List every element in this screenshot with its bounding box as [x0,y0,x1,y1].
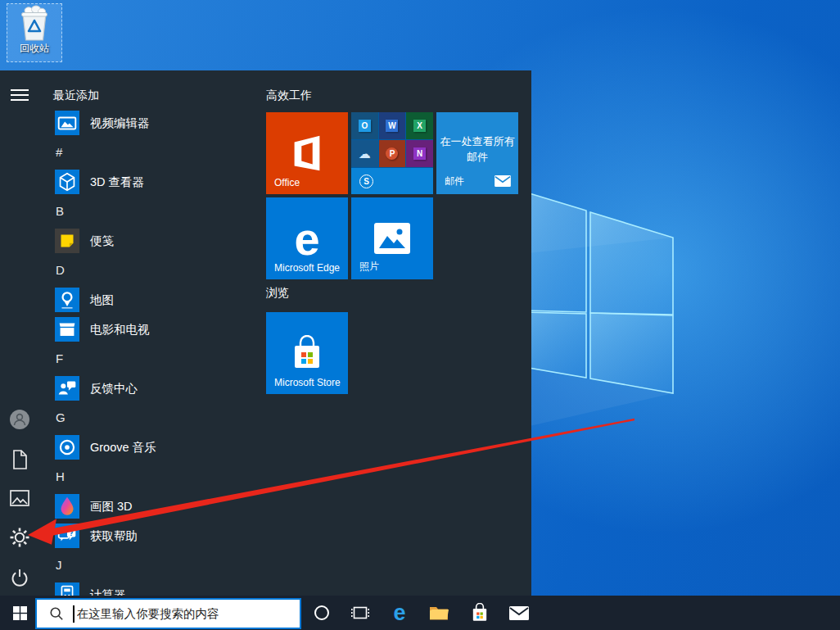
mail-icon [495,175,511,187]
settings-icon [8,526,31,549]
start-menu: 最近添加 视频编辑器 # 3D 查看器 B 便笺 D [0,70,531,596]
tile-photos[interactable]: 照片 [351,197,433,279]
app-letter[interactable]: B [39,197,262,226]
store-icon [291,335,323,371]
store-icon [471,603,489,623]
tile-mail[interactable]: 在一处查看所有邮件 邮件 [436,112,518,194]
sticky-notes-icon [55,229,79,253]
edge-icon: e [393,602,405,624]
recycle-bin-icon [16,4,53,43]
paint-3d-icon [55,494,79,519]
app-item-paint-3d[interactable]: 画图 3D [39,492,262,521]
app-letter[interactable]: J [39,551,262,580]
power-button[interactable] [0,565,39,590]
tile-label: 邮件 [445,174,464,188]
svg-text:?: ? [70,530,74,537]
user-icon [9,409,30,430]
start-menu-rail [0,70,39,596]
documents-button[interactable] [0,447,39,472]
pictures-icon [9,488,30,508]
app-item-movies-tv[interactable]: 电影和电视 [39,315,262,344]
video-editor-icon [55,111,79,135]
tile-microsoft-edge[interactable]: e Microsoft Edge [266,197,348,279]
excel-icon: X [406,112,433,139]
expand-menu-button[interactable] [0,83,39,107]
user-account-button[interactable] [0,407,39,432]
app-letter[interactable]: H [39,462,262,492]
text-caret [73,605,75,623]
maps-icon [55,288,79,312]
tile-label: 照片 [359,260,379,274]
tile-microsoft-store[interactable]: Microsoft Store [266,312,348,394]
cortana-button[interactable] [305,596,338,630]
task-view-button[interactable] [344,596,377,630]
app-item-feedback-hub[interactable]: 反馈中心 [39,374,262,403]
groove-music-icon [55,435,79,460]
app-letter[interactable]: G [39,403,262,433]
app-item-maps[interactable]: 地图 [39,285,262,315]
3d-viewer-icon [55,170,79,194]
start-button[interactable] [0,596,39,630]
skype-icon: S [351,168,433,194]
tile-office[interactable]: Office [266,112,348,194]
app-letter[interactable]: D [39,256,262,285]
tile-area: 高效工作 Office O W X ☁ P N S 在一处查看所有邮件 [266,70,531,596]
settings-button[interactable] [0,525,39,550]
search-icon [49,606,64,621]
documents-icon [10,449,29,470]
outlook-icon: O [351,112,378,139]
pictures-button[interactable] [0,486,39,510]
tile-label: Microsoft Store [274,377,341,388]
power-icon [9,567,30,588]
edge-taskbar-button[interactable]: e [383,596,416,630]
get-help-icon: ? [55,523,79,548]
recently-added-header: 最近添加 [53,88,99,103]
hamburger-icon [11,89,29,101]
file-explorer-button[interactable] [422,596,455,630]
app-letter[interactable]: F [39,344,262,374]
tile-group-title-browse[interactable]: 浏览 [266,286,289,301]
start-icon [13,606,27,620]
tile-office-apps[interactable]: O W X ☁ P N S [351,112,433,194]
taskbar: e [0,596,840,630]
app-item-get-help[interactable]: ? 获取帮助 [39,521,262,551]
mail-tile-message: 在一处查看所有邮件 [438,134,517,165]
app-item-sticky-notes[interactable]: 便笺 [39,226,262,256]
app-list: 视频编辑器 # 3D 查看器 B 便笺 D 地图 [39,108,262,610]
app-item-groove-music[interactable]: Groove 音乐 [39,433,262,462]
app-letter[interactable]: # [39,138,262,167]
store-taskbar-button[interactable] [463,596,496,630]
tile-group-title-productivity[interactable]: 高效工作 [266,88,312,103]
mail-icon [509,606,529,620]
tile-label: Office [274,177,300,188]
word-icon: W [379,112,406,139]
onenote-icon: N [406,140,433,167]
movies-tv-icon [55,317,79,342]
app-item-3d-viewer[interactable]: 3D 查看器 [39,167,262,197]
powerpoint-icon: P [379,140,406,167]
cortana-icon [314,605,330,621]
office-icon [287,132,327,174]
search-input[interactable] [77,607,300,620]
mail-taskbar-button[interactable] [503,596,535,630]
photos-icon [374,223,410,254]
app-item-video-editor[interactable]: 视频编辑器 [39,108,262,138]
file-explorer-icon [429,605,449,621]
recycle-bin-desktop-icon[interactable]: 回收站 [7,3,62,62]
recycle-bin-label: 回收站 [20,42,49,56]
task-view-icon [351,605,369,620]
taskbar-search[interactable] [35,598,301,629]
tile-label: Microsoft Edge [274,262,340,274]
feedback-hub-icon [55,376,79,401]
onedrive-icon: ☁ [351,140,378,167]
